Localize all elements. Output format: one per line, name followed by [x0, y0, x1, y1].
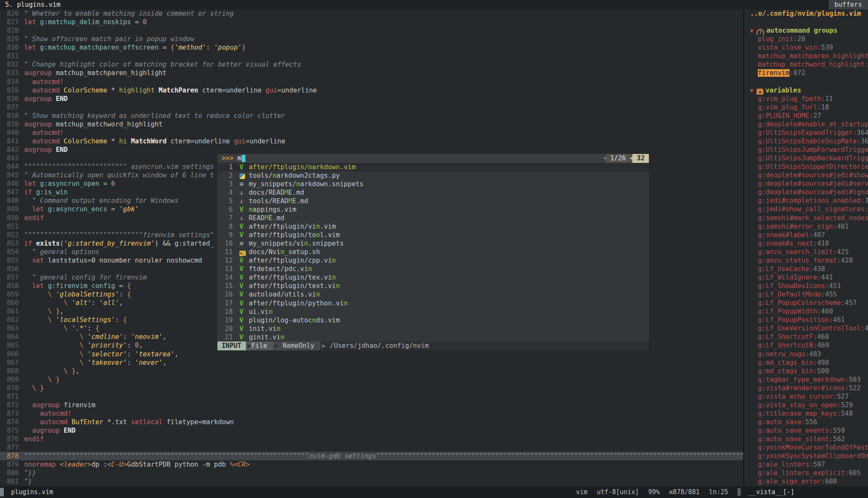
vista-tag-item[interactable]: g:Lf_ShowDevIcons:451 — [744, 282, 868, 290]
collapse-triangle-icon[interactable]: ▼ — [750, 88, 753, 94]
vista-tag-item[interactable]: g:anzu_status_format:428 — [744, 256, 868, 265]
vista-tag-item[interactable]: g:Lf_UseVersionControlTool:4 — [744, 324, 868, 333]
vista-tag-item[interactable]: g:yoinkMoveCursorToEndOfPast — [744, 443, 868, 452]
vista-tag-item[interactable]: g:tagbar_type_markdown:503 — [744, 375, 868, 384]
editor-line[interactable]: 879nnoremap <leader>dp :<C-U>GdbStartPDB… — [0, 460, 743, 469]
vista-tag-item[interactable]: g:ale_sign_error:608 — [744, 477, 868, 486]
editor-line[interactable]: 842augroup END — [0, 145, 743, 154]
vista-tag-item[interactable]: g:sneak#s_next:418 — [744, 239, 868, 248]
vista-tag-item[interactable]: g:Lf_ShortcutF:468 — [744, 333, 868, 341]
editor-line[interactable]: 880"}} — [0, 469, 743, 477]
file-row[interactable]: 14Vafter/ftplugin/tex.vim — [217, 273, 649, 282]
editor-line[interactable]: 839augroup matchup_matchword_highlight — [0, 120, 743, 129]
editor-line[interactable]: 829" Show offscreen match pair in popup … — [0, 35, 743, 43]
vista-tag-item[interactable]: g:netrw_nogx:483 — [744, 350, 868, 358]
vista-tag-item[interactable]: g:semshi#mark_selected_nodes — [744, 214, 868, 222]
editor-line[interactable]: 834 autocmd! — [0, 78, 743, 86]
file-row[interactable]: 9Vafter/ftplugin/toml.vim — [217, 231, 649, 239]
vista-tag-item[interactable]: g:deoplete#sources#jedi#igno — [744, 188, 868, 196]
file-row[interactable]: 6Vmappings.vim — [217, 205, 649, 214]
vista-tag-item[interactable]: g:PLUGIN_HOME:27 — [744, 112, 868, 120]
editor-line[interactable]: 870 \ } — [0, 384, 743, 392]
search-query-input[interactable]: m — [234, 154, 241, 163]
vista-tag-item[interactable]: g:vista#renderer#icons:522 — [744, 384, 868, 392]
editor-line[interactable]: 832" Change highlight color of matching … — [0, 60, 743, 69]
file-row[interactable]: 10≡my_snippets/vim.snippets — [217, 239, 649, 248]
editor-line[interactable]: 838" Show matching keyword as underlined… — [0, 112, 743, 120]
vista-tag-item[interactable]: firenvim:872 — [744, 69, 868, 77]
editor-line[interactable]: 827let g:matchup_delim_noskips = 0 — [0, 18, 743, 26]
vista-tag-item[interactable]: plug_init:20 — [744, 35, 868, 43]
editor-line[interactable]: 833augroup matchup_matchparen_highlight — [0, 69, 743, 77]
vista-tag-item[interactable]: g:UltiSnipsJumpForwardTrigge — [744, 145, 868, 154]
editor-line[interactable]: 877 — [0, 443, 743, 452]
file-row[interactable]: 7↓README.md — [217, 214, 649, 222]
vista-tag-item[interactable]: g:jedi#completions_enabled:3 — [744, 196, 868, 205]
vista-tag-item[interactable]: matchup_matchword_highlight: — [744, 60, 868, 69]
editor-line[interactable]: 840 autocmd! — [0, 129, 743, 137]
file-row[interactable]: 17Vafter/ftplugin/python.vim — [217, 299, 649, 308]
file-row[interactable]: 1Vafter/ftplugin/markdown.vim — [217, 163, 649, 171]
vista-tag-item[interactable]: g:deoplete#enable_at_startup — [744, 120, 868, 129]
file-row[interactable]: 19Vplugin/log-autocmds.vim — [217, 316, 649, 325]
editor-line[interactable]: 872 augroup firenvim — [0, 401, 743, 409]
vista-tag-item[interactable]: g:ale_linters:597 — [744, 460, 868, 469]
leaderf-prompt-bar[interactable]: >>> m ◀1/26◀32 — [217, 154, 649, 163]
file-row[interactable]: 4↓docs/README.md — [217, 188, 649, 197]
vista-tag-item[interactable]: g:titlecase_map_keys:548 — [744, 409, 868, 418]
vista-tag-item[interactable]: g:sneak#label:407 — [744, 231, 868, 239]
file-row[interactable]: 8Vafter/ftplugin/vim.vim — [217, 222, 649, 231]
vista-tag-item[interactable]: g:anzu_search_limit:425 — [744, 248, 868, 256]
editor-line[interactable]: 878"""""""""""""""""""""""""""""""""""""… — [0, 452, 743, 460]
vista-section-header[interactable]: ▼?autocommand groups — [744, 26, 868, 35]
vista-tag-item[interactable]: g:Lf_PopupColorscheme:457 — [744, 299, 868, 307]
editor-line[interactable]: 867 \ 'takeover': 'never', — [0, 358, 743, 367]
file-row[interactable]: 13Vftdetect/pdc.vim — [217, 265, 649, 273]
vista-tag-item[interactable]: g:UltiSnipsExpandTrigger:364 — [744, 129, 868, 137]
editor-line[interactable]: 874 autocmd BufEnter *.txt setlocal file… — [0, 418, 743, 426]
editor-line[interactable]: 826" Whether to enable matching inside c… — [0, 9, 743, 18]
vista-tag-item[interactable]: g:Lf_DefaultMode:455 — [744, 290, 868, 299]
editor-line[interactable]: 871 — [0, 392, 743, 401]
file-row[interactable]: 11>_docs/Nvim_setup.sh — [217, 248, 649, 256]
vista-tag-item[interactable]: g:auto_save:556 — [744, 418, 868, 426]
vista-tag-item[interactable]: g:UltiSnipsEnableSnipMate:36 — [744, 137, 868, 145]
editor-line[interactable]: 866 \ 'selector': 'textarea', — [0, 350, 743, 358]
vista-tag-item[interactable]: g:yoinkSyncSystemClipboardOn — [744, 452, 868, 460]
vista-tag-item[interactable]: g:auto_save_events:559 — [744, 426, 868, 435]
vista-tag-item[interactable]: g:auto_save_silent:562 — [744, 435, 868, 443]
editor-line[interactable]: 869 \ } — [0, 375, 743, 384]
editor-line[interactable]: 881"} — [0, 477, 743, 486]
vista-tag-item[interactable]: g:jedi#show_call_signatures: — [744, 205, 868, 213]
vista-tag-item[interactable]: g:Lf_PopupWidth:460 — [744, 307, 868, 316]
editor-line[interactable]: 873 autocmd! — [0, 409, 743, 418]
vista-tag-item[interactable]: vista_close_win:539 — [744, 43, 868, 52]
vista-tag-item[interactable]: g:Lf_PopupPosition:461 — [744, 316, 868, 324]
file-row[interactable]: 16Vautoload/utils.vim — [217, 290, 649, 299]
vista-tag-item[interactable]: g:vim_plug_furl:18 — [744, 103, 868, 112]
editor-line[interactable]: 837 — [0, 103, 743, 112]
collapse-triangle-icon[interactable]: ▼ — [750, 28, 753, 34]
vista-tag-item[interactable]: g:UltiSnipsSnippetDirectorie — [744, 162, 868, 171]
vista-tag-item[interactable]: g:vim_plug_fpath:11 — [744, 95, 868, 103]
vista-tag-item[interactable]: g:Lf_WildIgnore:441 — [744, 273, 868, 282]
file-row[interactable]: 2tools/markdown2ctags.py — [217, 171, 649, 180]
vista-tag-item[interactable]: g:UltiSnipsJumpBackwardTrigg — [744, 154, 868, 162]
vista-tag-item[interactable]: g:md_ctags_bin:498 — [744, 358, 868, 367]
file-row[interactable]: 3≡my_snippets/markdown.snippets — [217, 180, 649, 188]
vista-tag-item[interactable]: g:Lf_UseCache:438 — [744, 265, 868, 273]
file-row[interactable]: 5↓tools/README.md — [217, 197, 649, 205]
vista-tag-item[interactable]: g:vista_stay_on_open:529 — [744, 401, 868, 409]
file-row[interactable]: 21Vginit.vim — [217, 333, 649, 341]
vista-tag-item[interactable]: matchup_matchparen_highlight — [744, 52, 868, 60]
editor-line[interactable]: 841 autocmd ColorScheme * hi MatchWord c… — [0, 137, 743, 145]
editor-line[interactable]: 835 autocmd ColorScheme * highlight Matc… — [0, 86, 743, 95]
tab-plugins-vim[interactable]: 5. plugins.vim — [0, 0, 66, 9]
vista-tag-item[interactable]: g:deoplete#sources#jedi#serv — [744, 179, 868, 188]
editor-line[interactable]: 830let g:matchup_matchparen_offscreen = … — [0, 43, 743, 52]
vista-tag-item[interactable]: g:ale_linters_explicit:605 — [744, 469, 868, 477]
file-row[interactable]: 18Vui.vim — [217, 308, 649, 316]
vista-section-header[interactable]: ▼xvariables — [744, 86, 868, 95]
editor-line[interactable]: 876endif — [0, 435, 743, 443]
file-row[interactable]: 12Vafter/ftplugin/cpp.vim — [217, 256, 649, 265]
